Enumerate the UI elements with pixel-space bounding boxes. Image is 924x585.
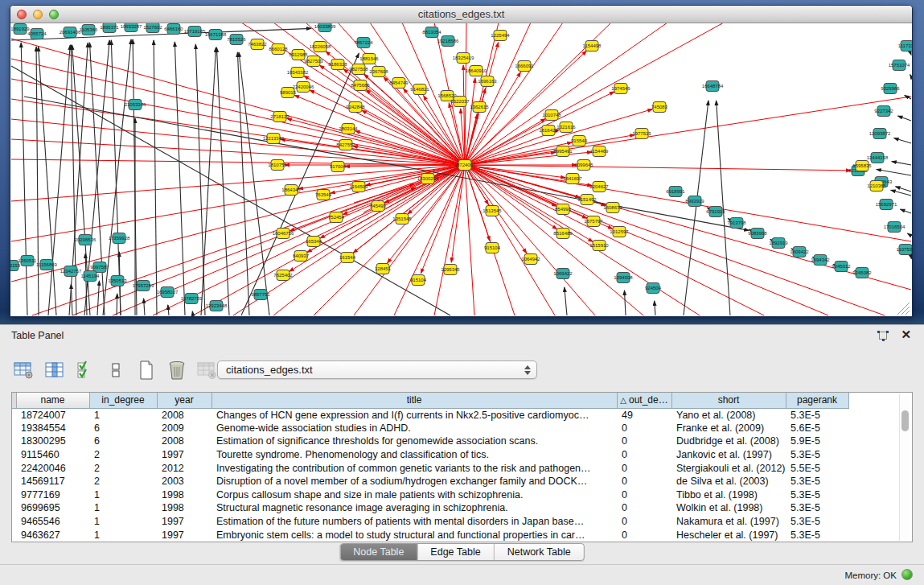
network-view-window[interactable]: citations_edges.txt 18919294055724206914… bbox=[10, 5, 913, 317]
table-cell[interactable]: Estimation of the future numbers of pati… bbox=[211, 515, 617, 529]
table-cell[interactable]: Tourette syndrome. Phenomenology and cla… bbox=[211, 448, 617, 462]
graph-node[interactable]: 1295345 bbox=[441, 265, 460, 275]
table-cell[interactable]: 1 bbox=[89, 488, 157, 502]
graph-node[interactable]: 1675797 bbox=[584, 216, 603, 227]
table-cell[interactable]: 5.3E-5 bbox=[786, 528, 848, 542]
graph-node[interactable]: 18325419 bbox=[453, 53, 474, 64]
graph-node[interactable]: 8454749 bbox=[389, 78, 409, 89]
table-vertical-scrollbar[interactable] bbox=[899, 394, 910, 541]
graph-node[interactable]: 1105366 bbox=[80, 25, 99, 35]
table-cell[interactable]: 1998 bbox=[157, 501, 211, 515]
table-cell[interactable]: 0 bbox=[617, 501, 671, 515]
graph-node[interactable]: 1351545 bbox=[392, 214, 412, 225]
table-row[interactable]: 1872400712008Changes of HCN gene express… bbox=[12, 408, 853, 422]
column-header-short[interactable]: short bbox=[671, 393, 786, 408]
graph-node[interactable]: 1012597 bbox=[610, 227, 629, 237]
graph-node[interactable]: 1616423 bbox=[539, 126, 558, 136]
table-row[interactable]: 946554611997Estimation of the future num… bbox=[12, 515, 853, 529]
graph-node[interactable]: 1350513 bbox=[108, 276, 127, 286]
graph-node[interactable]: 1609422 bbox=[790, 247, 809, 257]
graph-node[interactable]: 854993 bbox=[555, 204, 572, 215]
table-cell[interactable]: 14569117 bbox=[16, 475, 89, 488]
graph-node[interactable]: 8993919 bbox=[685, 196, 704, 207]
graph-node[interactable]: 1094508 bbox=[614, 273, 633, 283]
network-window-titlebar[interactable]: citations_edges.txt bbox=[10, 6, 912, 23]
graph-node[interactable]: 8475685 bbox=[351, 80, 370, 91]
minimize-window-icon[interactable] bbox=[33, 10, 43, 19]
graph-node[interactable]: 752454 bbox=[328, 212, 345, 223]
table-cell[interactable]: Genome-wide association studies in ADHD. bbox=[211, 422, 617, 435]
network-table-select[interactable]: citations_edges.txt bbox=[217, 360, 537, 379]
table-cell[interactable]: Stergiakouli et al. (2012) bbox=[671, 461, 786, 475]
column-header-out_de[interactable]: △out_de… bbox=[617, 393, 671, 408]
table-cell[interactable]: de Silva et al. (2003) bbox=[671, 475, 786, 488]
show-column-icon[interactable] bbox=[43, 359, 66, 381]
graph-node[interactable]: 915540 bbox=[571, 136, 588, 146]
close-window-icon[interactable] bbox=[17, 10, 27, 19]
table-row[interactable]: 1830029562008Estimation of significance … bbox=[12, 435, 853, 448]
graph-node[interactable]: 15692971 bbox=[876, 200, 897, 210]
graph-node[interactable]: 1107533 bbox=[897, 245, 912, 255]
table-cell[interactable]: 2 bbox=[89, 475, 157, 488]
table-cell[interactable]: 5.3E-5 bbox=[786, 408, 848, 422]
scrollbar-thumb[interactable] bbox=[901, 410, 909, 431]
table-cell[interactable]: 5.6E-5 bbox=[786, 422, 848, 435]
table-cell[interactable]: Disruption of a novel member of a sodium… bbox=[211, 475, 617, 488]
graph-node[interactable]: 12444158 bbox=[867, 153, 889, 163]
table-cell[interactable]: 9463627 bbox=[16, 528, 89, 542]
graph-node[interactable]: 640937 bbox=[293, 251, 310, 262]
table-cell[interactable]: 0 bbox=[617, 515, 671, 529]
table-header-row[interactable]: namein_degreeyeartitle△out_de…shortpager… bbox=[12, 393, 853, 408]
graph-node[interactable]: 1154498 bbox=[583, 41, 602, 51]
graph-node[interactable]: 16543382 bbox=[287, 68, 309, 78]
table-cell[interactable]: Structural magnetic resonance image aver… bbox=[211, 501, 617, 515]
column-header-title[interactable]: title bbox=[211, 393, 617, 408]
graph-node[interactable]: 15751074 bbox=[889, 60, 910, 71]
tab-network-table[interactable]: Network Table bbox=[495, 544, 584, 560]
graph-node[interactable]: 17016504 bbox=[884, 222, 906, 233]
graph-node[interactable]: 19218586 bbox=[437, 36, 459, 47]
table-cell[interactable]: 2008 bbox=[157, 435, 211, 448]
new-table-icon[interactable] bbox=[135, 359, 158, 381]
table-cell[interactable]: Franke et al. (2009) bbox=[671, 422, 786, 435]
table-cell[interactable]: Embryonic stem cells: a model to study s… bbox=[211, 528, 617, 542]
table-cell[interactable]: 1 bbox=[89, 408, 157, 422]
column-header-in_degree[interactable]: in_degree bbox=[89, 393, 157, 408]
graph-node[interactable]: 1321616 bbox=[556, 122, 576, 133]
graph-node[interactable]: 7857224 bbox=[354, 38, 373, 48]
table-cell[interactable]: 22420046 bbox=[16, 461, 89, 475]
graph-node[interactable]: 2803144 bbox=[339, 124, 358, 134]
graph-node[interactable]: 10653287 bbox=[121, 23, 142, 32]
graph-node[interactable]: 16671388 bbox=[205, 30, 227, 40]
table-cell[interactable]: Corpus callosum shape and size in male p… bbox=[211, 488, 617, 502]
table-options-icon[interactable] bbox=[13, 359, 35, 381]
graph-node[interactable]: 1694342 bbox=[811, 255, 830, 266]
delete-table-icon[interactable] bbox=[196, 359, 219, 381]
graph-node[interactable]: 1069422 bbox=[553, 269, 573, 279]
table-cell[interactable]: 5.3E-5 bbox=[786, 501, 848, 515]
table-cell[interactable]: 2009 bbox=[157, 422, 211, 435]
table-row[interactable]: 1456911722003Disruption of a novel membe… bbox=[12, 475, 853, 488]
graph-node[interactable]: 18640910 bbox=[466, 66, 487, 76]
table-cell[interactable]: 9699695 bbox=[16, 501, 89, 515]
graph-node[interactable]: 7913798 bbox=[727, 218, 746, 229]
tab-node-table[interactable]: Node Table bbox=[340, 544, 417, 560]
table-cell[interactable]: Changes of HCN gene expression and I(f) … bbox=[211, 408, 617, 422]
table-cell[interactable]: 9777169 bbox=[16, 488, 89, 502]
graph-node[interactable]: 6466160 bbox=[164, 24, 183, 35]
graph-node[interactable]: 1666091 bbox=[515, 61, 534, 72]
memory-status-icon[interactable] bbox=[901, 569, 913, 580]
graph-node[interactable]: 1225494 bbox=[491, 31, 510, 41]
table-cell[interactable]: 2 bbox=[89, 461, 157, 475]
zoom-window-icon[interactable] bbox=[49, 10, 59, 19]
table-cell[interactable]: Hescheler et al. (1997) bbox=[671, 528, 786, 542]
table-row[interactable]: 946362711997Embryonic stem cells: a mode… bbox=[12, 528, 853, 542]
column-header-name[interactable]: name bbox=[16, 393, 89, 408]
graph-node[interactable]: 16046756 bbox=[273, 229, 294, 239]
graph-node[interactable]: 8995491 bbox=[553, 146, 573, 157]
column-header-year[interactable]: year bbox=[157, 393, 211, 408]
table-row[interactable]: 977716911998Corpus callosum shape and si… bbox=[12, 488, 853, 502]
graph-node[interactable]: 17957253 bbox=[133, 281, 154, 291]
delete-attribute-icon[interactable] bbox=[166, 359, 188, 381]
graph-node[interactable]: 128451 bbox=[375, 264, 392, 274]
